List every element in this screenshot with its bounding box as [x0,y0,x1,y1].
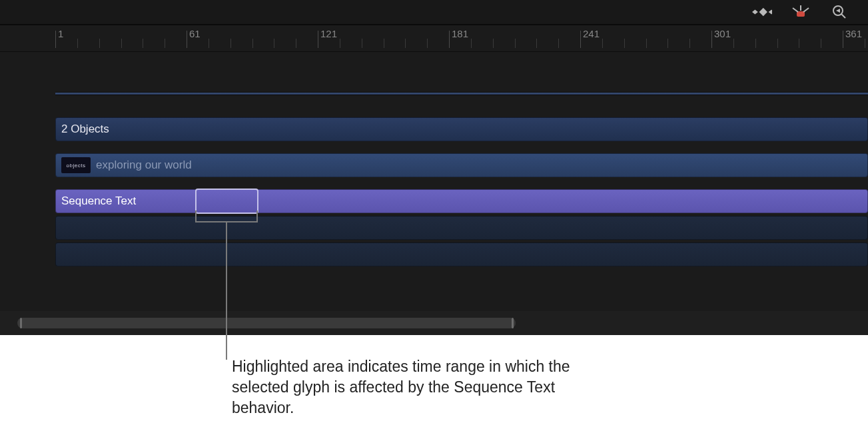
ruler-tick-label: 361 [845,28,862,39]
track-row-behavior[interactable]: Sequence Text [0,188,868,214]
ruler-tick-minor [143,39,143,48]
svg-line-4 [793,8,798,12]
empty-track-bar [55,216,868,240]
ruler-tick-major [711,31,712,48]
svg-line-9 [841,14,845,18]
scrollbar-handle-right[interactable] [512,318,514,328]
ruler-tick-minor [821,39,821,48]
svg-marker-8 [836,9,840,13]
ruler-tick-minor [624,39,625,48]
ruler-tick-major [187,31,187,48]
ruler-tick-minor [340,39,340,48]
ruler-tick-minor [99,39,100,48]
ruler-tick-major [843,31,843,48]
ruler-tick-label: 121 [320,28,337,39]
ruler-tick-minor [755,39,756,48]
group-clip-label: 2 Objects [61,123,109,136]
ruler-tick-major [318,31,318,48]
timeline-toolbar [0,0,868,25]
track-row-empty [0,241,868,268]
timeline-scrollbar-region [0,311,868,335]
ruler-tick-minor [296,39,296,48]
ruler-tick-minor [274,39,274,48]
ruler-tick-minor [799,39,799,48]
group-track-header-strip [55,92,868,95]
svg-marker-0 [752,9,758,14]
group-clip[interactable]: 2 Objects [55,117,868,141]
ruler-tick-minor [558,39,559,48]
ruler-tick-minor [362,39,362,48]
ruler-tick-minor [602,39,603,48]
ruler-tick-minor [667,39,668,48]
timeline-panel: 161121181241301361 2 Objects objects exp… [0,0,868,335]
ruler-tick-minor [384,39,384,48]
svg-marker-2 [769,9,772,14]
ruler-tick-minor [777,39,778,48]
callout-leader-line [226,222,227,360]
ruler-tick-minor [230,39,231,48]
search-icon[interactable] [829,4,849,20]
ruler-tick-minor [405,39,406,48]
ruler-tick-minor [471,39,472,48]
ruler-tick-label: 181 [452,28,468,39]
ruler-tick-label: 241 [583,28,600,39]
ruler-tick-minor [77,39,78,48]
annotation-caption: Highlighted area indicates time range in… [232,356,578,418]
empty-track-bar [55,242,868,266]
ruler-tick-major [55,31,56,48]
ruler-tick-minor [646,39,647,48]
marker-icon[interactable] [791,4,811,20]
ruler-tick-minor [689,39,690,48]
ruler-tick-minor [536,39,537,48]
ruler-tick-minor [427,39,428,48]
behavior-clip[interactable]: Sequence Text [55,189,868,213]
timeline-ruler[interactable]: 161121181241301361 [0,27,868,52]
ruler-tick-minor [165,39,165,48]
ruler-tick-minor [209,39,209,48]
ruler-tick-label: 1 [58,28,63,39]
ruler-tick-minor [493,39,494,48]
timeline-scrollbar[interactable] [17,318,516,328]
track-row-group[interactable]: 2 Objects [0,116,868,143]
text-clip[interactable]: objects exploring our world [55,153,868,177]
text-clip-label: exploring our world [96,159,192,172]
track-row-empty [0,214,868,241]
ruler-tick-minor [252,39,253,48]
ruler-tick-major [580,31,581,48]
ruler-tick-major [449,31,450,48]
ruler-tick-label: 61 [189,28,201,39]
svg-line-5 [803,8,809,12]
ruler-tick-minor [121,39,122,48]
scrollbar-handle-left[interactable] [20,318,22,328]
tracks-area: 2 Objects objects exploring our world Se… [0,52,868,335]
callout-bracket [195,211,258,222]
ruler-tick-minor [515,39,516,48]
ruler-tick-minor [865,39,865,48]
ruler-tick-minor [733,39,734,48]
track-row-text[interactable]: objects exploring our world [0,152,868,179]
ruler-tick-label: 301 [714,28,731,39]
text-clip-thumbnail: objects [61,157,91,173]
keyframe-icon[interactable] [752,4,772,20]
behavior-clip-label: Sequence Text [61,195,136,208]
svg-marker-1 [759,8,767,16]
